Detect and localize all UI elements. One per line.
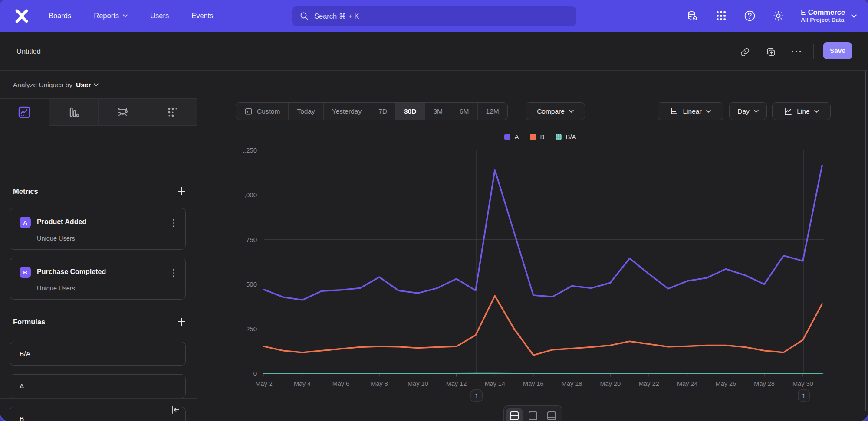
x-tick-label: May 22 xyxy=(638,380,659,387)
compare-button[interactable]: Compare xyxy=(526,102,585,120)
x-tick-label: May 18 xyxy=(562,380,582,387)
range-3m[interactable]: 3M xyxy=(425,103,451,120)
nav-item-users[interactable]: Users xyxy=(150,12,169,20)
collapse-sidebar-icon[interactable] xyxy=(171,405,181,416)
formula-card-a[interactable]: A xyxy=(10,374,186,398)
x-tick-label: May 10 xyxy=(408,380,428,387)
x-tick-label: May 12 xyxy=(446,380,467,387)
legend-swatch-ba xyxy=(556,134,562,140)
y-tick-label: 1,000 xyxy=(243,191,257,199)
range-30d[interactable]: 30D xyxy=(396,103,425,120)
formula-name: A xyxy=(20,382,24,390)
nav-item-reports[interactable]: Reports xyxy=(94,12,128,20)
range-today[interactable]: Today xyxy=(289,103,323,120)
metric-subtitle[interactable]: Unique Users xyxy=(37,285,75,292)
split-view-icon[interactable] xyxy=(506,408,523,421)
x-tick-label: May 2 xyxy=(255,380,273,387)
add-formula-button[interactable] xyxy=(177,317,186,326)
legend-item-a[interactable]: A xyxy=(504,133,519,140)
chevron-down-icon xyxy=(569,110,574,113)
nav-item-events[interactable]: Events xyxy=(191,12,213,20)
range-12m[interactable]: 12M xyxy=(478,103,507,120)
range-6m[interactable]: 6M xyxy=(451,103,478,120)
x-tick-label: May 8 xyxy=(371,380,388,387)
viz-tab-bar[interactable] xyxy=(49,99,99,126)
legend-swatch-a xyxy=(504,134,510,140)
flow-tab-icon xyxy=(115,105,130,120)
report-title[interactable]: Untitled xyxy=(16,47,41,55)
legend-label: B xyxy=(540,133,544,140)
chart-type-label: Line xyxy=(797,108,809,115)
x-tick-label: May 16 xyxy=(523,380,544,387)
y-tick-label: 500 xyxy=(246,281,257,288)
x-tick-label: May 20 xyxy=(600,380,621,387)
legend-swatch-b xyxy=(530,134,536,140)
x-tick-label: May 6 xyxy=(332,380,350,387)
more-options-icon[interactable] xyxy=(792,51,801,52)
settings-gear-icon[interactable] xyxy=(772,10,784,22)
legend-item-ba[interactable]: B/A xyxy=(556,133,576,140)
interval-dropdown[interactable]: Day xyxy=(729,102,767,120)
range-7d[interactable]: 7D xyxy=(370,103,396,120)
copy-report-icon[interactable] xyxy=(766,47,776,57)
table-bottom-view-icon[interactable] xyxy=(543,408,560,421)
help-icon[interactable] xyxy=(743,10,756,22)
data-management-icon[interactable] xyxy=(686,10,698,22)
range-label: Yesterday xyxy=(332,108,362,115)
layout-toggles xyxy=(503,405,562,421)
nav-item-label: Boards xyxy=(49,12,71,20)
chevron-down-icon xyxy=(814,110,819,113)
scrollbar[interactable] xyxy=(865,71,866,411)
range-custom[interactable]: Custom xyxy=(236,103,289,120)
metric-subtitle[interactable]: Unique Users xyxy=(37,235,75,242)
search-placeholder: Search ⌘ + K xyxy=(314,12,359,20)
metric-options-icon[interactable] xyxy=(172,218,176,228)
nav-item-boards[interactable]: Boards xyxy=(49,12,71,20)
metric-badge-a: A xyxy=(20,217,31,228)
report-header: Untitled Save xyxy=(0,32,868,71)
interval-label: Day xyxy=(737,108,750,115)
viz-tab-grid[interactable] xyxy=(148,99,197,126)
formula-card-ba[interactable]: B/A xyxy=(10,342,186,366)
legend-label: A xyxy=(514,133,519,140)
series-line-a[interactable] xyxy=(264,166,822,300)
line-chart-icon xyxy=(784,107,792,116)
mixpanel-logo[interactable] xyxy=(13,7,30,25)
metrics-header: Metrics xyxy=(13,186,186,196)
header-divider xyxy=(813,44,814,59)
legend-item-b[interactable]: B xyxy=(530,133,544,140)
range-label: Custom xyxy=(257,108,280,115)
y-tick-label: 250 xyxy=(246,325,257,333)
series-line-b[interactable] xyxy=(264,296,822,355)
analyze-by-dropdown[interactable]: User xyxy=(76,81,99,89)
mixpanel-logo-icon xyxy=(14,9,29,23)
save-button[interactable]: Save xyxy=(823,42,852,59)
metric-options-icon[interactable] xyxy=(172,268,176,278)
compare-label: Compare xyxy=(537,108,565,115)
linear-scale-icon xyxy=(670,107,678,115)
nav-items: Boards Reports Users Events xyxy=(49,12,214,20)
apps-grid-icon[interactable] xyxy=(715,10,727,22)
viz-tab-line[interactable] xyxy=(0,99,49,126)
project-switcher[interactable]: E-Commerce All Project Data xyxy=(801,8,857,24)
formula-name: B/A xyxy=(20,350,30,358)
metric-card-b[interactable]: B Purchase Completed Unique Users xyxy=(10,258,186,300)
viz-tab-flow[interactable] xyxy=(99,99,148,126)
scale-dropdown[interactable]: Linear xyxy=(658,102,723,120)
chart-type-dropdown[interactable]: Line xyxy=(772,102,831,120)
search-input[interactable]: Search ⌘ + K xyxy=(292,6,576,26)
link-icon[interactable] xyxy=(740,47,750,57)
table-top-view-icon[interactable] xyxy=(525,408,541,421)
legend-label: B/A xyxy=(566,133,576,140)
content-shell: Untitled Save xyxy=(0,32,868,421)
y-tick-label: 750 xyxy=(246,236,257,243)
add-metric-button[interactable] xyxy=(177,186,186,196)
chart-legend: A B B/A xyxy=(243,133,838,140)
chart-area[interactable]: 02505007501,0001,25011May 2May 4May 6May… xyxy=(243,146,842,410)
range-yesterday[interactable]: Yesterday xyxy=(324,103,370,120)
app: Boards Reports Users Events Searc xyxy=(0,0,868,421)
metric-card-a[interactable]: A Product Added Unique Users xyxy=(10,208,186,250)
range-label: 6M xyxy=(460,108,469,115)
range-label: 30D xyxy=(404,108,416,115)
chevron-down-icon xyxy=(94,83,99,86)
